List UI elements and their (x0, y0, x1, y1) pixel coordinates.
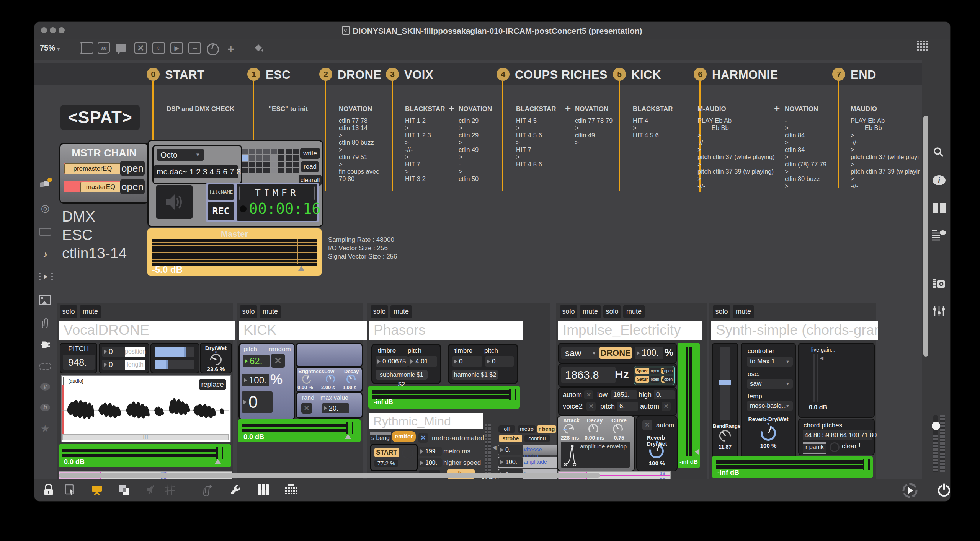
object-box-icon[interactable] (80, 42, 93, 55)
lock-icon[interactable] (42, 484, 55, 497)
grid-view-icon[interactable] (917, 41, 930, 54)
position-value[interactable]: 0 (102, 347, 126, 357)
synth-vslider[interactable] (720, 347, 730, 420)
master-gain-strip[interactable] (933, 415, 946, 476)
kick-gain-fader[interactable]: 0.0 dB (238, 419, 361, 442)
button-icon[interactable]: ○▾ (152, 42, 165, 55)
temp-dropdown[interactable]: meso-basiq...▼ (747, 401, 793, 411)
synth-mute-button[interactable]: mute (733, 305, 754, 318)
off-button[interactable]: off (498, 425, 515, 433)
playbar-icon[interactable]: ▶▾ (170, 42, 183, 55)
impulse-reverb-knob[interactable] (649, 444, 664, 458)
autom-toggle-1[interactable]: ✕ (584, 390, 593, 399)
mc-dac-object[interactable]: mc.dac~ 1 2 3 4 5 6 7 8 (154, 165, 238, 178)
clear-message[interactable]: clear ! (842, 442, 861, 450)
audio-off-icon[interactable] (145, 484, 158, 497)
record-icon[interactable]: ◎ (39, 202, 51, 214)
impulse-solo2-button[interactable]: solo (603, 305, 621, 318)
kick-random-toggle[interactable]: ✕ (271, 354, 285, 368)
info-icon[interactable]: i (933, 175, 946, 185)
premaster-open-button[interactable]: open (120, 161, 145, 176)
brightness-knob[interactable] (302, 375, 311, 384)
b-badge-icon[interactable]: b (39, 402, 51, 414)
attach-icon[interactable] (201, 484, 214, 497)
reverb-autom-toggle[interactable]: ✕ (642, 420, 652, 430)
master-multislider[interactable] (152, 239, 317, 266)
kick-amount-value[interactable]: 100. (242, 374, 269, 386)
grid-icon[interactable] (165, 484, 178, 497)
drywet-knob[interactable] (210, 354, 222, 365)
freq-value[interactable]: 1863.8 (561, 367, 616, 383)
snapshot-camera-icon[interactable] (932, 279, 946, 289)
toggle-icon[interactable]: ✕▾ (134, 42, 147, 55)
higher-speed-value[interactable]: 100. (418, 458, 442, 467)
dial-icon[interactable]: ▾ (206, 42, 219, 55)
low-value-imp[interactable]: 1851. (611, 390, 637, 399)
pitch-value[interactable]: -948. (63, 355, 95, 370)
plug-icon[interactable] (39, 339, 51, 351)
paint-bucket-icon[interactable] (253, 42, 266, 55)
badge-1[interactable]: 1 (247, 68, 260, 81)
badge-2[interactable]: 2 (319, 68, 332, 81)
rythmic-start-button[interactable]: START (374, 448, 399, 457)
master-open-button[interactable]: open (120, 179, 145, 194)
star-icon[interactable]: ★ (39, 422, 51, 435)
power-icon[interactable] (936, 482, 950, 498)
badge-3[interactable]: 3 (386, 68, 399, 81)
kick-title[interactable]: KICK (239, 321, 367, 340)
dist-open-button[interactable]: open (663, 368, 673, 374)
impulse-solo-button[interactable]: solo (560, 305, 577, 318)
kick-mute-button[interactable]: mute (260, 305, 281, 318)
master-eq-button[interactable]: masterEQ (80, 182, 121, 192)
split-view-icon[interactable] (933, 203, 946, 213)
rythmic-bang-button[interactable] (402, 447, 413, 459)
wave-dropdown[interactable]: saw▼ (561, 347, 599, 359)
controller-dropdown[interactable]: to Max 1▼ (747, 357, 793, 367)
layers-icon[interactable] (119, 484, 132, 497)
slider-1[interactable] (155, 347, 194, 357)
matrixctrl[interactable] (242, 149, 299, 173)
premaster-eq-button[interactable]: premasterEQ (64, 163, 121, 174)
search-icon[interactable] (933, 146, 945, 158)
high-value-imp[interactable]: 0. (654, 390, 675, 399)
master-fader[interactable]: Master -5.0 dB (147, 228, 322, 276)
audio-tab[interactable]: [audio] (63, 377, 88, 385)
timbre2-value[interactable]: 0. (452, 356, 482, 367)
mixer-icon[interactable] (933, 305, 946, 317)
filename-button[interactable]: fileNAME (208, 184, 234, 200)
metro-button[interactable]: metro (518, 425, 536, 433)
master-gain-knob[interactable] (932, 422, 940, 430)
bendrange-knob[interactable] (719, 430, 731, 442)
badge-0[interactable]: 0 (147, 68, 160, 81)
sbeng-button[interactable]: s beng (370, 432, 391, 444)
kick-maxval-value[interactable]: 20. (322, 403, 349, 413)
read-button[interactable]: read (301, 161, 319, 172)
autom-toggle-2[interactable]: ✕ (662, 402, 671, 411)
frame-icon[interactable] (39, 360, 51, 373)
harmonic-message[interactable]: harmonic $1 $2 (452, 370, 498, 380)
comment-icon[interactable] (116, 42, 129, 55)
low-knob[interactable] (326, 375, 335, 384)
paperclip-icon[interactable] (39, 317, 51, 329)
length-field[interactable]: length (125, 360, 145, 370)
strobe-button[interactable]: strobe (499, 435, 522, 442)
rythmic-title[interactable]: Rythmic_Mind (369, 413, 483, 429)
impulse-meter[interactable]: -inf dB (678, 343, 700, 468)
badge-6[interactable]: 6 (694, 68, 707, 81)
image-icon[interactable] (39, 294, 51, 306)
master-handle-marker[interactable] (298, 266, 304, 271)
packages-icon[interactable] (39, 178, 51, 190)
impulse-mute2-button[interactable]: mute (623, 305, 645, 318)
subharmonic-message[interactable]: subharmonic $1 $2 (376, 370, 428, 380)
meter-pan-handle[interactable]: ◀ (492, 444, 497, 450)
chords-value[interactable]: 44 80 59 80 64 100 71 80 (803, 430, 872, 440)
add-object-icon[interactable]: + (224, 42, 237, 55)
wrench-icon[interactable] (230, 484, 243, 497)
phasors-title[interactable]: Phasors (369, 321, 523, 340)
pitch1-value[interactable]: 4.01 (408, 356, 437, 367)
octo-dropdown[interactable]: Octo▼ (157, 149, 204, 161)
v-badge-icon[interactable]: v (39, 381, 51, 393)
synth-title[interactable]: Synth-simple (chords-gran) (711, 321, 878, 340)
impulse-title[interactable]: Impulse_Electricity (558, 321, 702, 340)
vocaldrone-title[interactable]: VocalDRONE (59, 321, 235, 340)
